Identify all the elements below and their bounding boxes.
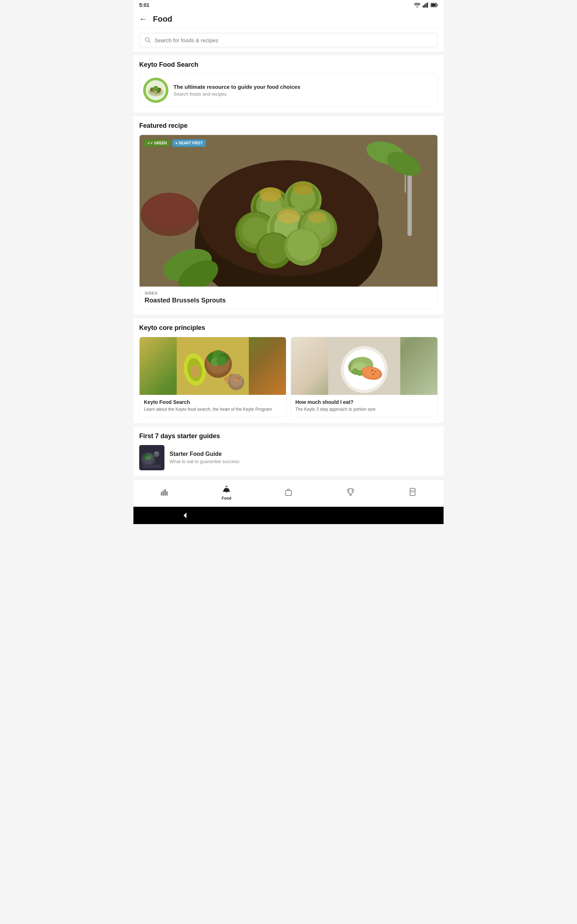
nav-food-label: Food [222,496,232,500]
principle-card-food-search[interactable]: Keyto Food Search Learn about the Keyto … [139,337,286,417]
nav-food[interactable]: Food [195,484,258,502]
featured-recipe-image: ✓✓ GREEN ♥ HEART FIRST [140,135,437,287]
svg-rect-106 [285,491,292,496]
svg-point-67 [217,356,226,366]
featured-recipe-card[interactable]: ✓✓ GREEN ♥ HEART FIRST SIDES Roasted Bru… [139,135,438,309]
check-icon: ✓✓ [147,141,153,145]
signal-icon [423,3,429,8]
bottom-nav: Food [134,480,443,507]
bookmark-icon [408,487,417,497]
svg-line-8 [148,41,150,42]
svg-point-47 [308,212,327,223]
principle-food-search-desc: Learn about the Keyto food search, the h… [144,406,282,412]
svg-rect-97 [143,465,161,468]
svg-point-75 [235,380,239,382]
search-bar[interactable] [139,33,438,47]
svg-point-86 [371,370,373,371]
starter-guides-title: First 7 days starter guides [139,432,438,440]
principle-food-search-title: Keyto Food Search [144,399,282,405]
svg-rect-98 [161,492,162,496]
svg-rect-5 [437,4,438,6]
featured-recipe-info: SIDES Roasted Brussels Sprouts [140,287,437,309]
food-search-info: The ultimate resource to guide your food… [174,84,300,97]
principle-portion-title: How much should I eat? [295,399,433,405]
svg-point-87 [375,372,376,373]
search-input[interactable] [154,37,432,43]
svg-point-94 [145,456,152,460]
keyto-food-search-card[interactable]: The ultimate resource to guide your food… [139,74,438,107]
stats-icon [160,487,169,497]
principle-food-search-image [140,337,286,395]
principle-portion-info: How much should I eat? The Keyto 3 step … [291,395,437,417]
food-search-card-title: The ultimate resource to guide your food… [174,84,300,90]
battery-icon [430,3,438,7]
svg-point-46 [277,209,300,223]
app-header: ← Food [134,10,443,29]
search-container [134,29,443,52]
principle-portion-image [291,337,437,395]
starter-food-guide-card[interactable]: Starter Food Guide What to eat to guaran… [139,445,438,470]
starter-thumb-visual [139,445,164,470]
svg-rect-1 [424,4,425,8]
featured-recipe-title: Featured recipe [139,122,438,129]
starter-card-subtitle: What to eat to guarantee success [169,459,239,464]
wifi-icon [414,3,421,8]
svg-rect-0 [423,5,424,8]
system-bar [134,507,443,524]
status-time: 5:01 [139,2,149,8]
svg-rect-3 [427,3,428,8]
back-button[interactable]: ← [139,15,147,24]
status-bar: 5:01 [134,0,443,10]
svg-rect-102 [223,491,230,492]
starter-thumbnail [139,445,164,470]
food-nav-icon [222,485,231,494]
svg-point-96 [155,452,158,454]
svg-point-56 [144,193,195,229]
nav-trophy[interactable] [319,486,382,499]
core-principles-title: Keyto core principles [139,324,438,332]
starter-guide-text: Starter Food Guide What to eat to guaran… [169,451,239,464]
nav-bookmark[interactable] [382,486,443,499]
keyto-food-search-section: Keyto Food Search The ultimate resource … [134,55,443,113]
portion-visual [291,337,437,395]
page-title: Food [153,15,172,24]
starter-card-title: Starter Food Guide [169,451,239,457]
recipe-category: SIDES [145,291,432,295]
starter-guides-section: First 7 days starter guides Starter Food… [134,426,443,476]
trophy-icon [346,487,355,497]
home-system-button[interactable] [284,511,293,520]
principles-grid: Keyto Food Search Learn about the Keyto … [139,337,438,417]
food-search-thumbnail [143,78,168,103]
core-principles-section: Keyto core principles [134,318,443,423]
heart-first-badge: ♥ HEART FIRST [172,139,206,147]
svg-rect-101 [166,491,168,496]
svg-point-74 [236,377,240,380]
nav-bag[interactable] [258,486,319,499]
food-search-card-subtitle: Search foods and recipes [174,91,300,97]
food-search-visual [140,337,286,395]
svg-point-44 [259,187,281,202]
principle-food-search-info: Keyto Food Search Learn about the Keyto … [140,395,286,417]
svg-rect-100 [164,489,166,496]
brussels-sprouts-visual [140,135,437,287]
recipe-name: Roasted Brussels Sprouts [145,297,432,304]
recents-system-button[interactable] [388,511,396,520]
bag-icon [284,487,293,497]
search-icon [145,37,151,43]
svg-rect-2 [425,3,427,8]
heart-icon: ♥ [176,141,178,145]
svg-point-88 [372,373,374,375]
green-badge: ✓✓ GREEN [144,139,170,147]
svg-marker-112 [184,512,187,518]
svg-point-85 [357,371,363,376]
recipe-badges: ✓✓ GREEN ♥ HEART FIRST [144,139,206,147]
principle-card-portion[interactable]: How much should I eat? The Keyto 3 step … [291,337,438,417]
svg-rect-99 [163,491,164,496]
back-system-button[interactable] [181,511,189,520]
featured-recipe-section: Featured recipe [134,116,443,315]
keyto-food-search-title: Keyto Food Search [139,61,438,69]
nav-stats[interactable] [134,486,195,499]
svg-rect-6 [431,4,436,6]
svg-point-18 [160,89,161,91]
principle-portion-desc: The Keyto 3 step approach to portion siz… [295,406,433,412]
